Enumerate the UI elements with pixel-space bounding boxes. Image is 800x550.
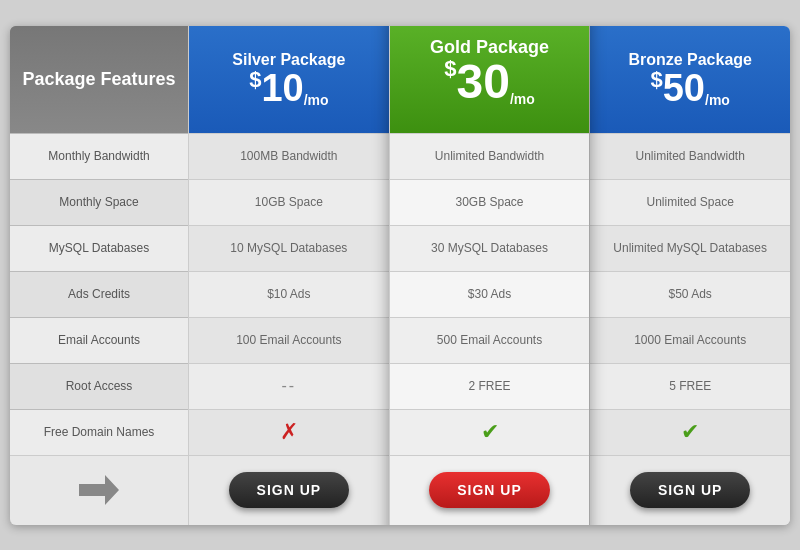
gold-signup-button[interactable]: SIGN UP	[429, 472, 550, 508]
bronze-footer: SIGN UP	[590, 455, 790, 525]
features-column: Package Features Monthly Bandwidth Month…	[10, 26, 188, 525]
feature-row-bandwidth: Monthly Bandwidth	[10, 133, 188, 179]
gold-mysql: 30 MySQL Databases	[390, 225, 590, 271]
silver-ads: $10 Ads	[189, 271, 389, 317]
bronze-header: Bronze Package $50/mo	[590, 26, 790, 133]
feature-row-mysql: MySQL Databases	[10, 225, 188, 271]
check-icon: ✔	[681, 419, 699, 445]
gold-space: 30GB Space	[390, 179, 590, 225]
silver-package-column: Silver Package $10/mo 100MB Bandwidth 10…	[188, 26, 389, 525]
arrow-icon	[79, 475, 119, 505]
cross-icon: ✗	[280, 419, 298, 445]
silver-footer: SIGN UP	[189, 455, 389, 525]
bronze-root: 5 FREE	[590, 363, 790, 409]
feature-row-root: Root Access	[10, 363, 188, 409]
silver-bandwidth: 100MB Bandwidth	[189, 133, 389, 179]
gold-header: Gold Package $30/mo	[390, 26, 590, 133]
bronze-bandwidth: Unlimited Bandwidth	[590, 133, 790, 179]
feature-row-email: Email Accounts	[10, 317, 188, 363]
bronze-domain: ✔	[590, 409, 790, 455]
gold-root: 2 FREE	[390, 363, 590, 409]
check-icon: ✔	[481, 419, 499, 445]
features-header: Package Features	[10, 26, 188, 133]
silver-root: --	[189, 363, 389, 409]
silver-price: $10/mo	[249, 69, 328, 107]
silver-domain: ✗	[189, 409, 389, 455]
gold-email: 500 Email Accounts	[390, 317, 590, 363]
bronze-ads: $50 Ads	[590, 271, 790, 317]
bronze-signup-button[interactable]: SIGN UP	[630, 472, 751, 508]
bronze-mysql: Unlimited MySQL Databases	[590, 225, 790, 271]
silver-email: 100 Email Accounts	[189, 317, 389, 363]
bronze-space: Unlimited Space	[590, 179, 790, 225]
bronze-price: $50/mo	[650, 69, 729, 107]
gold-bandwidth: Unlimited Bandwidth	[390, 133, 590, 179]
feature-row-domain: Free Domain Names	[10, 409, 188, 455]
bronze-package-column: Bronze Package $50/mo Unlimited Bandwidt…	[589, 26, 790, 525]
gold-price: $30/mo	[444, 58, 535, 106]
gold-domain: ✔	[390, 409, 590, 455]
feature-row-space: Monthly Space	[10, 179, 188, 225]
silver-signup-button[interactable]: SIGN UP	[229, 472, 350, 508]
features-footer	[10, 455, 188, 525]
silver-space: 10GB Space	[189, 179, 389, 225]
silver-mysql: 10 MySQL Databases	[189, 225, 389, 271]
pricing-table: Package Features Monthly Bandwidth Month…	[10, 26, 790, 525]
silver-header: Silver Package $10/mo	[189, 26, 389, 133]
feature-row-ads: Ads Credits	[10, 271, 188, 317]
gold-ads: $30 Ads	[390, 271, 590, 317]
gold-footer: SIGN UP	[390, 455, 590, 525]
bronze-email: 1000 Email Accounts	[590, 317, 790, 363]
gold-package-column: Gold Package $30/mo Unlimited Bandwidth …	[389, 26, 590, 525]
